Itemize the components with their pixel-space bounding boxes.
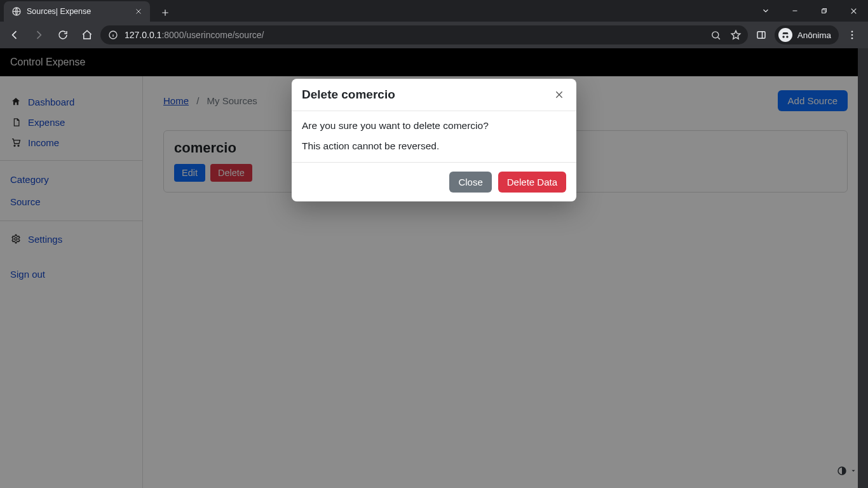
tab-title: Sources| Expense [27, 7, 128, 16]
new-tab-button[interactable] [156, 4, 174, 22]
modal-overlay[interactable]: Delete comercio Are you sure you want to… [0, 48, 868, 488]
globe-icon [11, 6, 22, 17]
modal-close-action[interactable]: Close [449, 172, 491, 193]
zoom-icon[interactable] [710, 30, 721, 41]
tab-strip: Sources| Expense [0, 0, 868, 22]
svg-point-7 [851, 34, 853, 36]
vertical-scrollbar[interactable] [858, 48, 868, 488]
side-panel-button[interactable] [750, 24, 772, 46]
modal-header: Delete comercio [292, 79, 576, 111]
window-controls [751, 0, 868, 22]
svg-point-8 [851, 37, 853, 39]
site-info-icon[interactable] [108, 30, 118, 40]
modal-text-1: Are you sure you want to delete comercio… [302, 120, 566, 132]
svg-rect-2 [822, 10, 826, 13]
bookmark-icon[interactable] [730, 29, 742, 41]
maximize-button[interactable] [810, 0, 839, 22]
modal-confirm-delete[interactable]: Delete Data [498, 172, 566, 193]
modal-title: Delete comercio [302, 88, 395, 102]
app-viewport: Control Expense Dashboard Expense [0, 48, 868, 488]
delete-modal: Delete comercio Are you sure you want to… [292, 79, 576, 201]
svg-point-6 [851, 30, 853, 32]
address-bar[interactable]: 127.0.0.1:8000/userincome/source/ [100, 25, 748, 44]
modal-body: Are you sure you want to delete comercio… [292, 111, 576, 162]
browser-toolbar: 127.0.0.1:8000/userincome/source/ Anônim… [0, 22, 868, 48]
svg-point-4 [712, 31, 719, 37]
modal-footer: Close Delete Data [292, 162, 576, 201]
svg-rect-5 [757, 32, 765, 39]
browser-chrome: Sources| Expense [0, 0, 868, 48]
modal-text-2: This action cannot be reversed. [302, 140, 566, 152]
profile-button[interactable]: Anônima [775, 25, 839, 44]
back-button[interactable] [4, 24, 25, 46]
modal-close-button[interactable] [552, 88, 566, 102]
chrome-menu-button[interactable] [841, 24, 863, 46]
tab-search-button[interactable] [751, 0, 780, 22]
reload-button[interactable] [52, 24, 74, 46]
url-text: 127.0.0.1:8000/userincome/source/ [125, 30, 264, 40]
forward-button[interactable] [28, 24, 50, 46]
window-close-button[interactable] [839, 0, 868, 22]
close-icon[interactable] [133, 6, 144, 17]
incognito-icon [778, 28, 792, 42]
minimize-button[interactable] [780, 0, 810, 22]
close-icon [554, 90, 564, 100]
browser-tab[interactable]: Sources| Expense [4, 1, 150, 22]
profile-label: Anônima [797, 30, 831, 40]
browser-home-button[interactable] [76, 24, 98, 46]
